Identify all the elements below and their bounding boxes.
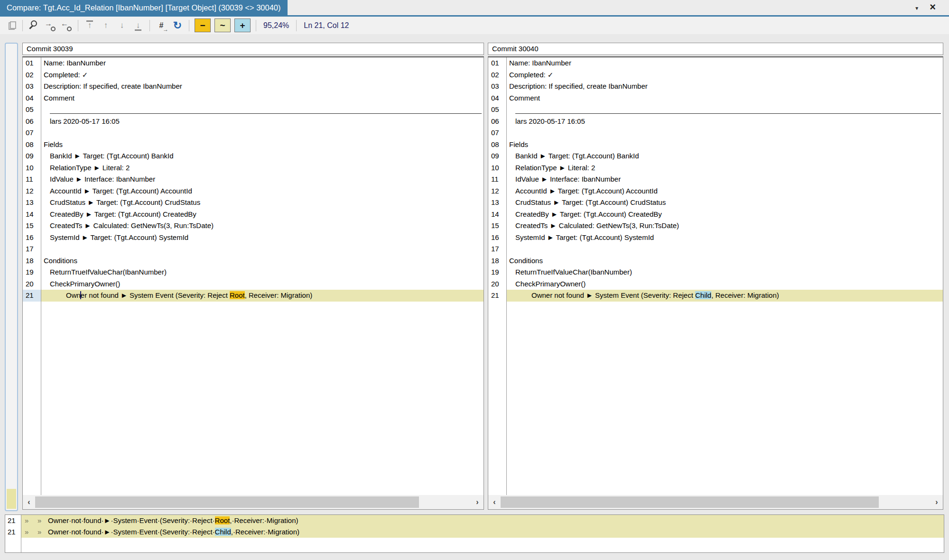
line-number[interactable]: 08 — [488, 139, 506, 151]
code-line[interactable]: lars 2020-05-17 16:05 — [41, 116, 484, 128]
code-line[interactable]: Comment — [41, 92, 484, 104]
code-line[interactable] — [41, 104, 484, 116]
line-number[interactable]: 08 — [23, 139, 41, 151]
line-number[interactable]: 14 — [23, 209, 41, 220]
line-number[interactable]: 04 — [488, 92, 506, 104]
line-number[interactable]: 16 — [488, 232, 506, 244]
code-line[interactable]: Owner not found ► System Event (Severity… — [41, 290, 484, 302]
line-number[interactable]: 20 — [488, 278, 506, 290]
diff-summary-row[interactable]: 21»»Owner·not·found·►·System·Event·(Seve… — [5, 526, 944, 538]
line-number[interactable]: 12 — [488, 185, 506, 197]
code-line[interactable] — [507, 243, 943, 255]
code-line[interactable]: BankId ► Target: (Tgt.Account) BankId — [507, 150, 943, 162]
code-line[interactable]: Fields — [507, 139, 943, 151]
line-number[interactable]: 13 — [23, 197, 41, 209]
code-line[interactable]: IdValue ► Interface: IbanNumber — [507, 174, 943, 185]
next-difference-icon[interactable] — [115, 19, 129, 32]
code-line[interactable]: Name: IbanNumber — [41, 57, 484, 69]
scroll-right-icon[interactable] — [930, 498, 943, 506]
dropdown-icon[interactable] — [914, 3, 919, 12]
changed-filter-button[interactable]: ~ — [214, 18, 231, 32]
line-number[interactable]: 05 — [488, 104, 506, 116]
scrollbar-thumb[interactable] — [501, 496, 879, 508]
scrollbar-thumb[interactable] — [35, 496, 419, 508]
line-number[interactable]: 07 — [488, 127, 506, 139]
code-line[interactable]: CreatedBy ► Target: (Tgt.Account) Create… — [507, 209, 943, 220]
code-line[interactable]: ReturnTrueIfValueChar(IbanNumber) — [41, 266, 484, 278]
line-number[interactable]: 13 — [488, 197, 506, 209]
previous-difference-icon[interactable] — [99, 19, 112, 32]
code-line[interactable]: AccountId ► Target: (Tgt.Account) Accoun… — [507, 185, 943, 197]
line-number[interactable]: 20 — [23, 278, 41, 290]
code-line[interactable]: ReturnTrueIfValueChar(IbanNumber) — [507, 266, 943, 278]
scrollbar-track[interactable] — [35, 495, 471, 509]
close-icon[interactable] — [930, 3, 936, 12]
first-difference-icon[interactable] — [83, 19, 96, 32]
added-filter-button[interactable]: + — [234, 18, 251, 32]
code-line[interactable]: Owner not found ► System Event (Severity… — [507, 290, 943, 302]
last-difference-icon[interactable] — [131, 19, 145, 32]
line-number[interactable]: 15 — [23, 220, 41, 232]
scroll-left-icon[interactable] — [488, 498, 501, 506]
code-line[interactable] — [41, 243, 484, 255]
code-line[interactable]: CheckPrimaryOwner() — [41, 278, 484, 290]
line-number[interactable]: 11 — [488, 174, 506, 185]
code-line[interactable]: Conditions — [507, 255, 943, 267]
code-line[interactable]: CreatedBy ► Target: (Tgt.Account) Create… — [41, 209, 484, 220]
search-backward-icon[interactable] — [60, 19, 73, 32]
line-number[interactable]: 05 — [23, 104, 41, 116]
line-number[interactable]: 17 — [23, 243, 41, 255]
right-horizontal-scrollbar[interactable] — [488, 495, 943, 509]
search-forward-icon[interactable] — [44, 19, 57, 32]
line-number[interactable]: 01 — [488, 57, 506, 69]
left-horizontal-scrollbar[interactable] — [23, 495, 484, 509]
line-number[interactable]: 01 — [23, 57, 41, 69]
code-line[interactable]: Description: If specified, create IbanNu… — [507, 81, 943, 92]
goto-line-icon[interactable] — [155, 19, 168, 32]
scroll-right-icon[interactable] — [471, 498, 484, 506]
line-number[interactable]: 12 — [23, 185, 41, 197]
line-number[interactable]: 21 — [488, 290, 506, 302]
line-number[interactable]: 15 — [488, 220, 506, 232]
code-line[interactable]: lars 2020-05-17 16:05 — [507, 116, 943, 128]
line-number[interactable]: 21 — [23, 290, 41, 302]
compare-tab[interactable]: Compare: Tgt.Acc_Id_Relation [IbanNumber… — [0, 0, 288, 15]
refresh-icon[interactable] — [171, 19, 184, 32]
line-number[interactable]: 02 — [23, 69, 41, 81]
diff-overview-marker[interactable] — [7, 489, 16, 509]
scrollbar-track[interactable] — [501, 495, 930, 509]
line-number[interactable]: 10 — [488, 162, 506, 174]
diff-summary-row[interactable]: 21»»Owner·not·found·►·System·Event·(Seve… — [5, 515, 944, 526]
line-number[interactable]: 19 — [488, 266, 506, 278]
code-line[interactable]: Fields — [41, 139, 484, 151]
line-number[interactable]: 18 — [23, 255, 41, 267]
line-number[interactable]: 03 — [23, 81, 41, 92]
line-number[interactable]: 16 — [23, 232, 41, 244]
code-line[interactable]: Completed: ✓ — [41, 69, 484, 81]
code-line[interactable]: CreatedTs ► Calculated: GetNewTs(3, Run:… — [41, 220, 484, 232]
code-line[interactable]: RelationType ► Literal: 2 — [507, 162, 943, 174]
code-line[interactable]: Comment — [507, 92, 943, 104]
code-line[interactable] — [507, 127, 943, 139]
line-number[interactable]: 03 — [488, 81, 506, 92]
code-line[interactable]: Description: If specified, create IbanNu… — [41, 81, 484, 92]
line-number[interactable]: 10 — [23, 162, 41, 174]
code-line[interactable]: IdValue ► Interface: IbanNumber — [41, 174, 484, 185]
code-line[interactable]: CrudStatus ► Target: (Tgt.Account) CrudS… — [41, 197, 484, 209]
line-number[interactable]: 09 — [23, 150, 41, 162]
scroll-left-icon[interactable] — [23, 498, 35, 506]
code-line[interactable]: CreatedTs ► Calculated: GetNewTs(3, Run:… — [507, 220, 943, 232]
line-number[interactable]: 14 — [488, 209, 506, 220]
code-line[interactable] — [507, 104, 943, 116]
line-number[interactable]: 02 — [488, 69, 506, 81]
code-line[interactable]: CheckPrimaryOwner() — [507, 278, 943, 290]
diff-overview-bar[interactable] — [5, 43, 18, 511]
line-number[interactable]: 11 — [23, 174, 41, 185]
search-icon[interactable] — [28, 19, 41, 32]
line-number[interactable]: 04 — [23, 92, 41, 104]
line-number[interactable]: 09 — [488, 150, 506, 162]
code-line[interactable]: Completed: ✓ — [507, 69, 943, 81]
code-line[interactable] — [41, 127, 484, 139]
line-number[interactable]: 06 — [488, 116, 506, 128]
line-number[interactable]: 18 — [488, 255, 506, 267]
